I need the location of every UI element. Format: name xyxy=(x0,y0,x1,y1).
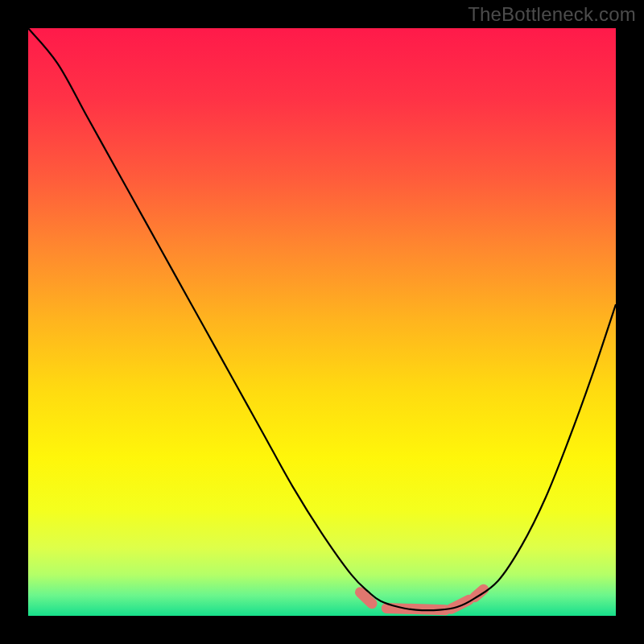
gradient-background xyxy=(28,28,616,616)
watermark-text: TheBottleneck.com xyxy=(468,3,636,26)
app-frame: TheBottleneck.com xyxy=(0,0,644,644)
bottleneck-chart xyxy=(28,28,616,616)
chart-area xyxy=(28,28,616,616)
